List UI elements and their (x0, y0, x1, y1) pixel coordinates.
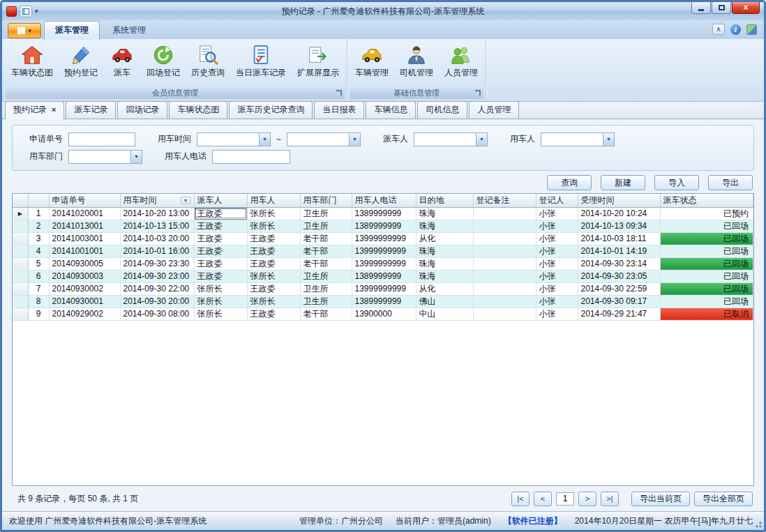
cell-destination[interactable]: 珠海 (416, 207, 473, 220)
document-tab[interactable]: 派车历史记录查询 (229, 101, 313, 119)
license-status-link[interactable]: 【软件已注册】 (504, 515, 562, 527)
column-header-phone[interactable]: 用车人电话 (352, 194, 416, 207)
ribbon-button-yellow-car[interactable]: 车辆管理 (350, 40, 394, 87)
status-badge[interactable]: 已回场 (660, 257, 753, 270)
ribbon-button-extend-screen[interactable]: 扩展屏显示 (292, 40, 345, 87)
cell-dept[interactable]: 卫生所 (300, 270, 352, 282)
dialog-launcher-icon[interactable] (336, 90, 342, 96)
cell-registrar[interactable]: 小张 (536, 232, 578, 245)
phone-input[interactable] (212, 150, 290, 164)
query-button[interactable]: 查询 (547, 175, 592, 190)
prev-page-button[interactable]: < (534, 492, 552, 506)
new-button[interactable]: 新建 (601, 175, 645, 190)
cell-apply_no[interactable]: 20141003001 (49, 232, 120, 245)
status-badge[interactable]: 已回场 (660, 270, 753, 282)
document-tab[interactable]: 司机信息 (417, 101, 467, 119)
row-number-cell[interactable]: 3 (28, 232, 49, 245)
ribbon-button-driver[interactable]: 司机管理 (394, 40, 439, 87)
minimize-button[interactable] (691, 2, 711, 14)
cell-phone[interactable]: 13999999999 (352, 245, 416, 257)
row-number-cell[interactable]: 6 (28, 270, 49, 282)
cell-dispatcher[interactable]: 王政委 (194, 220, 247, 232)
document-tab[interactable]: 回场记录 (117, 101, 167, 119)
row-number-cell[interactable]: 1 (28, 207, 49, 220)
next-page-button[interactable]: > (578, 492, 596, 506)
cell-phone[interactable]: 13999999999 (352, 282, 416, 295)
cell-dept[interactable]: 卫生所 (300, 207, 352, 220)
cell-accept_time[interactable]: 2014-09-30 23:05 (578, 270, 660, 282)
cell-dept[interactable]: 卫生所 (300, 282, 352, 295)
row-number-cell[interactable]: 4 (28, 245, 49, 257)
app-menu-button[interactable]: ▾ (8, 23, 41, 38)
ribbon-button-history-search[interactable]: 历史查询 (186, 40, 230, 87)
cell-dept[interactable]: 卫生所 (300, 295, 352, 307)
cell-destination[interactable]: 佛山 (416, 295, 473, 307)
document-tab[interactable]: 派车记录 (66, 101, 116, 119)
dept-combobox[interactable]: ▼ (68, 150, 142, 164)
row-indicator-cell[interactable] (13, 220, 28, 232)
cell-dept[interactable]: 老干部 (300, 257, 352, 270)
chevron-down-icon[interactable]: ▼ (476, 133, 487, 146)
dispatcher-combobox[interactable]: ▼ (414, 132, 488, 146)
row-indicator-cell[interactable] (13, 295, 28, 307)
cell-use_time[interactable]: 2014-09-30 23:00 (120, 270, 194, 282)
first-page-button[interactable]: |< (511, 492, 530, 506)
cell-user[interactable]: 王政委 (247, 232, 300, 245)
import-button[interactable]: 导入 (654, 175, 699, 190)
cell-remark[interactable] (473, 282, 536, 295)
column-header-status[interactable]: 派车状态 (660, 194, 753, 207)
cell-remark[interactable] (473, 207, 536, 220)
cell-user[interactable]: 王政委 (247, 245, 300, 257)
cell-dispatcher[interactable]: 王政委 (194, 232, 247, 245)
row-number-cell[interactable]: 7 (28, 282, 49, 295)
row-indicator-cell[interactable] (13, 282, 28, 295)
user-combobox[interactable]: ▼ (541, 132, 615, 146)
row-number-cell[interactable]: 8 (28, 295, 49, 307)
layout-toolbar-button[interactable] (20, 6, 32, 17)
cell-apply_no[interactable]: 20141013001 (49, 220, 120, 232)
document-tab[interactable]: 人员管理 (469, 101, 519, 119)
cell-dept[interactable]: 老干部 (300, 245, 352, 257)
cell-accept_time[interactable]: 2014-09-30 09:17 (578, 295, 660, 307)
cell-accept_time[interactable]: 2014-10-13 09:34 (578, 220, 660, 232)
cell-phone[interactable]: 1389999999 (352, 207, 416, 220)
cell-remark[interactable] (473, 257, 536, 270)
column-header-apply_no[interactable]: 申请单号 (49, 194, 120, 207)
column-header-dept[interactable]: 用车部门 (300, 194, 352, 207)
cell-destination[interactable]: 珠海 (416, 220, 473, 232)
row-indicator-cell[interactable] (13, 270, 28, 282)
cell-dispatcher[interactable]: 王政委 (194, 207, 247, 220)
cell-apply_no[interactable]: 20140930002 (49, 282, 120, 295)
export-button[interactable]: 导出 (708, 175, 753, 190)
cell-destination[interactable]: 珠海 (416, 257, 473, 270)
status-badge[interactable]: 已回场 (660, 282, 753, 295)
cell-use_time[interactable]: 2014-10-03 20:00 (120, 232, 194, 245)
ribbon-button-dispatch-list[interactable]: 当日派车记录 (230, 40, 292, 87)
row-number-cell[interactable]: 9 (28, 307, 49, 320)
row-indicator-cell[interactable] (13, 245, 28, 257)
cell-registrar[interactable]: 小张 (536, 257, 578, 270)
chevron-down-icon[interactable]: ▼ (349, 133, 360, 146)
cell-dept[interactable]: 卫生所 (300, 220, 352, 232)
cell-user[interactable]: 张所长 (247, 295, 300, 307)
cell-apply_no[interactable]: 20141001001 (49, 245, 120, 257)
apply-no-input[interactable] (68, 132, 135, 146)
cell-use_time[interactable]: 2014-09-30 22:00 (120, 282, 194, 295)
cell-dispatcher[interactable]: 王政委 (194, 245, 247, 257)
document-tab[interactable]: 当日报表 (314, 101, 364, 119)
chevron-down-icon[interactable]: ▼ (259, 133, 270, 146)
column-header-dispatcher[interactable]: 派车人 (194, 194, 247, 207)
select-all-header[interactable] (13, 194, 28, 207)
theme-icon[interactable] (746, 24, 757, 35)
column-filter-icon[interactable]: ▼ (181, 197, 191, 204)
page-number-input[interactable] (556, 492, 574, 506)
row-indicator-cell[interactable] (13, 232, 28, 245)
cell-registrar[interactable]: 小张 (536, 245, 578, 257)
close-tab-icon[interactable]: × (52, 105, 56, 114)
ribbon-button-refresh[interactable]: 回场登记 (141, 40, 186, 87)
cell-registrar[interactable]: 小张 (536, 295, 578, 307)
cell-destination[interactable]: 从化 (416, 232, 473, 245)
cell-user[interactable]: 王政委 (247, 282, 300, 295)
cell-registrar[interactable]: 小张 (536, 220, 578, 232)
cell-dispatcher[interactable]: 王政委 (194, 270, 247, 282)
